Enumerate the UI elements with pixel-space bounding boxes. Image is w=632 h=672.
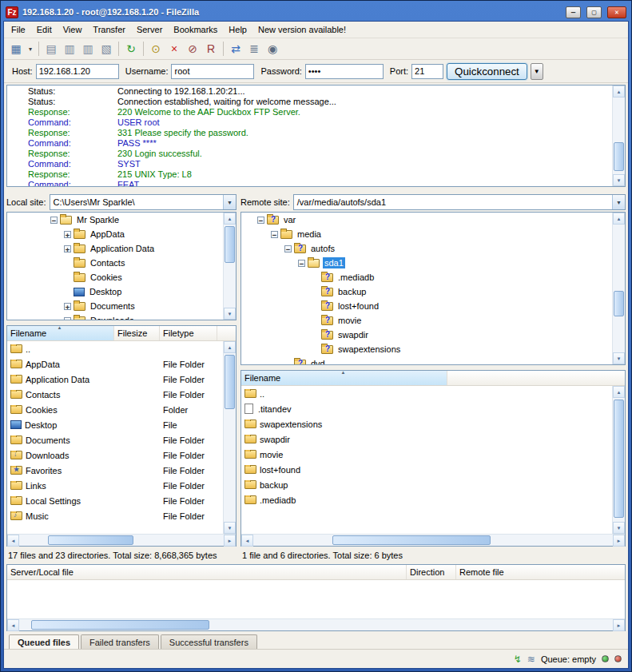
menu-item-help[interactable]: Help	[223, 22, 252, 37]
site-manager-icon[interactable]: ▦	[7, 40, 25, 58]
scroll-down-icon[interactable]: ▼	[224, 308, 236, 320]
cancel-icon[interactable]: ×	[165, 40, 183, 58]
collapse-icon[interactable]: −	[50, 217, 58, 224]
remote-list-vscrollbar[interactable]: ▲ ▼	[612, 386, 625, 534]
local-file-row-downloads[interactable]: ↓DownloadsFile Folder	[7, 447, 223, 463]
toggle-queue-icon[interactable]: ▧	[97, 40, 115, 58]
remote-file-row-backup[interactable]: backup	[241, 477, 612, 492]
remote-file-row-movie[interactable]: movie	[241, 447, 612, 462]
scroll-up-icon[interactable]: ▲	[613, 386, 625, 398]
local-tree-item-mr-sparkle[interactable]: −Mr Sparkle	[7, 213, 236, 227]
remote-tree-item-var[interactable]: −?var	[241, 213, 625, 227]
column-header-filename[interactable]: Filename▲	[7, 326, 114, 340]
scroll-thumb[interactable]	[225, 226, 235, 263]
toggle-local-tree-icon[interactable]: ▥	[61, 40, 78, 58]
scroll-down-icon[interactable]: ▼	[224, 522, 236, 534]
log-scrollbar[interactable]: ▲ ▼	[612, 85, 625, 186]
scroll-down-icon[interactable]: ▼	[613, 174, 625, 186]
column-header-filesize[interactable]: Filesize	[114, 326, 160, 340]
process-queue-icon[interactable]: ⊙	[147, 40, 165, 58]
menu-item-transfer[interactable]: Transfer	[87, 22, 131, 37]
scroll-thumb[interactable]	[614, 291, 624, 316]
toggle-remote-tree-icon[interactable]: ▥	[79, 40, 97, 58]
host-input[interactable]	[36, 64, 119, 79]
expand-icon[interactable]: +	[64, 245, 71, 252]
local-file-row-local-settings[interactable]: Local SettingsFile Folder	[7, 493, 223, 508]
find-files-icon[interactable]: ◉	[264, 40, 281, 58]
remote-file-row-swapextensions[interactable]: swapextensions	[241, 416, 612, 431]
collapse-icon[interactable]: −	[271, 231, 278, 238]
remote-tree-item-movie[interactable]: +?movie	[241, 313, 625, 328]
local-file-row-favorites[interactable]: ★FavoritesFile Folder	[7, 463, 223, 478]
queue-hscrollbar[interactable]: ◄ ►	[7, 618, 625, 630]
local-tree-item-documents[interactable]: +Documents	[7, 299, 236, 313]
local-file-row-[interactable]: ..	[7, 341, 223, 356]
minimize-button[interactable]: —	[566, 6, 581, 18]
scroll-left-icon[interactable]: ◄	[7, 535, 19, 547]
scroll-up-icon[interactable]: ▲	[613, 213, 625, 225]
local-file-row-application-data[interactable]: Application DataFile Folder	[7, 372, 223, 387]
local-list-vscrollbar[interactable]: ▲ ▼	[223, 341, 236, 534]
chevron-down-icon[interactable]: ▼	[612, 195, 625, 209]
scroll-thumb[interactable]	[332, 535, 491, 545]
remote-tree-item-backup[interactable]: +?backup	[241, 284, 625, 299]
menu-item-file[interactable]: File	[6, 22, 31, 37]
quickconnect-button[interactable]: Quickconnect	[447, 63, 527, 80]
column-header-filetype[interactable]: Filetype	[160, 326, 217, 340]
close-button[interactable]: ✕	[607, 6, 626, 18]
local-tree-item-contacts[interactable]: +Contacts	[7, 256, 236, 270]
tab-successful-transfers[interactable]: Successful transfers	[161, 634, 257, 649]
local-tree-item-appdata[interactable]: +AppData	[7, 227, 236, 241]
menu-item-new-version-available[interactable]: New version available!	[252, 22, 352, 37]
reconnect-icon[interactable]: R	[202, 40, 220, 58]
local-tree-item-cookies[interactable]: +Cookies	[7, 270, 236, 284]
toggle-message-log-icon[interactable]: ▤	[42, 40, 60, 58]
site-manager-dropdown-icon[interactable]: ▾	[26, 40, 35, 58]
synchronized-browsing-icon[interactable]: ≣	[245, 40, 263, 58]
remote-file-row-mediadb[interactable]: .mediadb	[241, 492, 612, 507]
username-input[interactable]	[171, 64, 254, 79]
scroll-down-icon[interactable]: ▼	[613, 522, 625, 534]
local-list-hscrollbar[interactable]: ◄ ►	[7, 534, 236, 546]
scroll-down-icon[interactable]: ▼	[613, 352, 625, 364]
remote-tree-item-dvd[interactable]: +?dvd	[241, 356, 625, 365]
remote-file-row-swapdir[interactable]: swapdir	[241, 431, 612, 447]
tab-queued-files[interactable]: Queued files	[9, 634, 79, 649]
remote-file-row-titandev[interactable]: .titandev	[241, 401, 612, 416]
directory-comparison-icon[interactable]: ⇄	[227, 40, 244, 58]
tab-failed-transfers[interactable]: Failed transfers	[81, 634, 159, 649]
expand-icon[interactable]: +	[64, 231, 71, 238]
expand-icon[interactable]: +	[64, 303, 71, 310]
local-file-row-links[interactable]: LinksFile Folder	[7, 478, 223, 493]
remote-tree-item-mediadb[interactable]: +?.mediadb	[241, 270, 625, 284]
collapse-icon[interactable]: −	[298, 260, 305, 267]
expand-icon[interactable]: +	[64, 317, 71, 321]
scroll-thumb[interactable]	[48, 535, 134, 545]
password-input[interactable]	[305, 64, 384, 79]
local-file-row-desktop[interactable]: DesktopFile	[7, 417, 223, 432]
remote-site-combobox[interactable]: /var/media/autofs/sda1 ▼	[293, 194, 626, 210]
queue-column-server-local-file[interactable]: Server/Local file	[7, 565, 407, 579]
local-file-row-appdata[interactable]: AppDataFile Folder	[7, 356, 223, 372]
collapse-icon[interactable]: −	[284, 245, 292, 252]
local-tree-scrollbar[interactable]: ▲ ▼	[223, 213, 236, 320]
remote-file-row-[interactable]: ..	[241, 386, 612, 401]
refresh-icon[interactable]: ↻	[122, 40, 140, 58]
scroll-right-icon[interactable]: ►	[224, 535, 236, 547]
scroll-up-icon[interactable]: ▲	[224, 213, 236, 225]
remote-tree-item-media[interactable]: −media	[241, 227, 625, 241]
queue-column-direction[interactable]: Direction	[407, 565, 456, 579]
port-input[interactable]	[411, 64, 443, 79]
local-file-row-cookies[interactable]: CookiesFolder	[7, 402, 223, 417]
local-file-row-contacts[interactable]: ContactsFile Folder	[7, 387, 223, 402]
quickconnect-dropdown-icon[interactable]: ▼	[531, 63, 543, 80]
local-tree-item-downloads[interactable]: +Downloads	[7, 313, 236, 320]
local-tree-item-desktop[interactable]: +Desktop	[7, 284, 236, 299]
local-file-row-documents[interactable]: DocumentsFile Folder	[7, 432, 223, 447]
maximize-button[interactable]: ▢	[586, 6, 602, 18]
queue-column-remote-file[interactable]: Remote file	[456, 565, 625, 579]
title-bar[interactable]: Fz 192.168.1.20 - root@192.168.1.20 - Fi…	[3, 3, 629, 21]
disconnect-icon[interactable]: ⊘	[184, 40, 201, 58]
scroll-up-icon[interactable]: ▲	[224, 341, 236, 353]
collapse-icon[interactable]: −	[257, 217, 264, 224]
